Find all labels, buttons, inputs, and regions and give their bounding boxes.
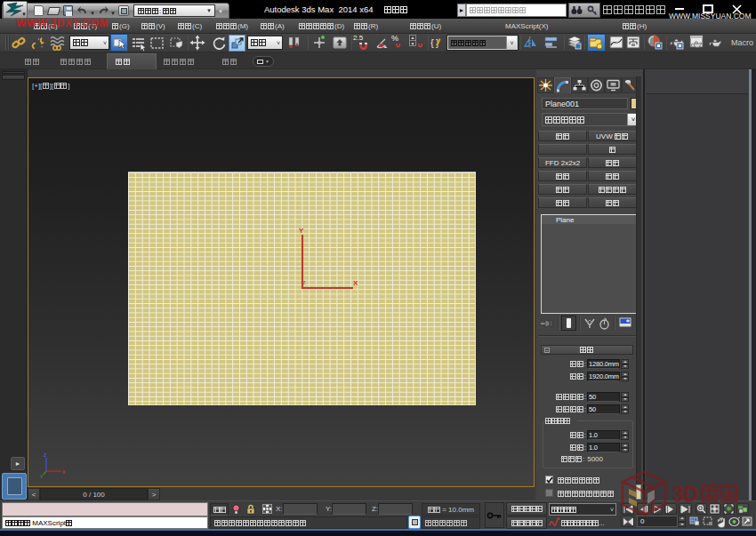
svg-text:3D: 3D [672, 483, 698, 506]
svg-text:x: x [62, 468, 66, 475]
svg-text:z: z [44, 452, 46, 458]
svg-text:y: y [40, 473, 44, 478]
